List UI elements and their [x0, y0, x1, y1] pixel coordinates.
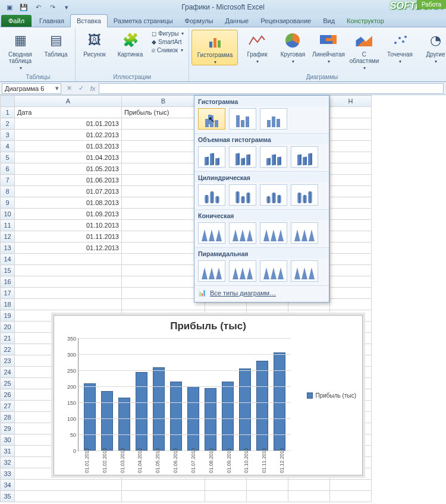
cell-H3[interactable]	[330, 130, 372, 141]
formula-bar[interactable]	[99, 83, 444, 94]
picture-button[interactable]: 🖼 Рисунок	[78, 30, 111, 58]
name-box[interactable]: Диаграмма 6	[2, 83, 61, 94]
cell-A15[interactable]	[15, 265, 122, 276]
formula-cancel-icon[interactable]: ✕	[63, 84, 75, 92]
screenshot-button[interactable]: ⎚Снимок	[149, 46, 186, 54]
cell-A5[interactable]: 01.04.2013	[15, 152, 122, 163]
clipart-button[interactable]: 🧩 Картинка	[114, 30, 147, 58]
row-header-34[interactable]: 34	[1, 480, 15, 491]
cell-H8[interactable]	[330, 186, 372, 197]
cell-H4[interactable]	[330, 141, 372, 152]
row-header-14[interactable]: 14	[1, 254, 15, 265]
gallery-item[interactable]	[229, 146, 256, 168]
row-header-7[interactable]: 7	[1, 175, 15, 186]
cell-A7[interactable]: 01.06.2013	[15, 175, 122, 186]
cell-B35[interactable]	[122, 491, 205, 502]
cell-B7[interactable]: 21	[122, 175, 205, 186]
gallery-item[interactable]	[291, 184, 318, 206]
pivot-table-button[interactable]: ▦ Сводная таблица	[4, 30, 37, 71]
row-header-23[interactable]: 23	[1, 355, 15, 367]
cell-A14[interactable]	[15, 254, 122, 265]
gallery-item[interactable]	[198, 260, 225, 282]
table-button[interactable]: ▤ Таблица	[39, 30, 73, 58]
cell-B15[interactable]	[122, 265, 205, 276]
cell-A4[interactable]: 01.03.2013	[15, 141, 122, 152]
gallery-item[interactable]	[229, 184, 256, 206]
scatter-chart-button[interactable]: Точечная	[383, 30, 416, 64]
cell-A11[interactable]: 01.10.2013	[15, 220, 122, 231]
row-header-29[interactable]: 29	[1, 423, 15, 434]
tab-рецензирование[interactable]: Рецензирование	[255, 15, 317, 27]
cell-H5[interactable]	[330, 152, 372, 163]
row-header-18[interactable]: 18	[1, 299, 15, 310]
cell-G35[interactable]	[288, 491, 330, 502]
row-header-17[interactable]: 17	[1, 288, 15, 299]
tab-конструктор[interactable]: Конструктор	[341, 15, 390, 27]
cell-A3[interactable]: 01.02.2013	[15, 130, 122, 141]
line-chart-button[interactable]: График	[240, 30, 274, 64]
cell-B6[interactable]: 26	[122, 163, 205, 175]
area-chart-button[interactable]: С областями	[347, 30, 381, 71]
cell-B34[interactable]	[122, 480, 205, 491]
row-header-30[interactable]: 30	[1, 434, 15, 446]
tab-вид[interactable]: Вид	[317, 15, 341, 27]
row-header-24[interactable]: 24	[1, 367, 15, 378]
row-header-28[interactable]: 28	[1, 412, 15, 423]
formula-enter-icon[interactable]: ✓	[75, 84, 87, 92]
undo-icon[interactable]: ↶	[32, 2, 44, 12]
row-header-15[interactable]: 15	[1, 265, 15, 276]
gallery-item[interactable]	[260, 146, 287, 168]
row-header-32[interactable]: 32	[1, 457, 15, 468]
cell-B5[interactable]: 24	[122, 152, 205, 163]
cell-E35[interactable]	[205, 491, 247, 502]
cell-A35[interactable]	[15, 491, 122, 502]
smartart-button[interactable]: ◆SmartArt	[149, 38, 186, 46]
gallery-item[interactable]	[291, 260, 318, 282]
cell-B16[interactable]	[122, 276, 205, 288]
cell-B18[interactable]	[122, 299, 205, 310]
cell-H18[interactable]	[330, 299, 372, 310]
row-header-16[interactable]: 16	[1, 276, 15, 288]
cell-B14[interactable]	[122, 254, 205, 265]
row-header-1[interactable]: 1	[1, 107, 15, 118]
cell-H15[interactable]	[330, 265, 372, 276]
row-header-2[interactable]: 2	[1, 118, 15, 130]
row-header-33[interactable]: 33	[1, 468, 15, 480]
row-header-20[interactable]: 20	[1, 322, 15, 333]
row-header-10[interactable]: 10	[1, 209, 15, 220]
cell-A9[interactable]: 01.08.2013	[15, 197, 122, 209]
cell-H34[interactable]	[330, 480, 372, 491]
cell-H1[interactable]	[330, 107, 372, 118]
excel-icon[interactable]: ▣	[4, 2, 15, 12]
cell-H14[interactable]	[330, 254, 372, 265]
column-chart-button[interactable]: Гистограмма	[191, 30, 238, 65]
row-header-31[interactable]: 31	[1, 446, 15, 457]
fx-icon[interactable]: fx	[87, 85, 99, 92]
cell-F34[interactable]	[247, 480, 288, 491]
cell-H16[interactable]	[330, 276, 372, 288]
cell-B2[interactable]: 21	[122, 118, 205, 130]
gallery-item[interactable]	[260, 222, 287, 244]
tab-вставка[interactable]: Вставка	[70, 14, 108, 27]
cell-A10[interactable]: 01.09.2013	[15, 209, 122, 220]
cell-A6[interactable]: 01.05.2013	[15, 163, 122, 175]
cell-B9[interactable]: 19	[122, 197, 205, 209]
gallery-item[interactable]	[260, 260, 287, 282]
row-header-9[interactable]: 9	[1, 197, 15, 209]
cell-H2[interactable]	[330, 118, 372, 130]
other-charts-button[interactable]: ◔ Другие	[419, 30, 446, 64]
row-header-25[interactable]: 25	[1, 378, 15, 389]
gallery-item[interactable]	[260, 184, 287, 206]
gallery-item[interactable]	[291, 146, 318, 168]
cell-B10[interactable]: 21	[122, 209, 205, 220]
row-header-21[interactable]: 21	[1, 333, 15, 344]
cell-B11[interactable]: 25	[122, 220, 205, 231]
tab-разметка страницы[interactable]: Разметка страницы	[108, 15, 179, 27]
cell-A34[interactable]	[15, 480, 122, 491]
cell-H6[interactable]	[330, 163, 372, 175]
col-header-A[interactable]: A	[15, 96, 122, 107]
cell-F35[interactable]	[247, 491, 288, 502]
cell-A17[interactable]	[15, 288, 122, 299]
cell-B3[interactable]: 18	[122, 130, 205, 141]
tab-главная[interactable]: Главная	[33, 15, 70, 27]
